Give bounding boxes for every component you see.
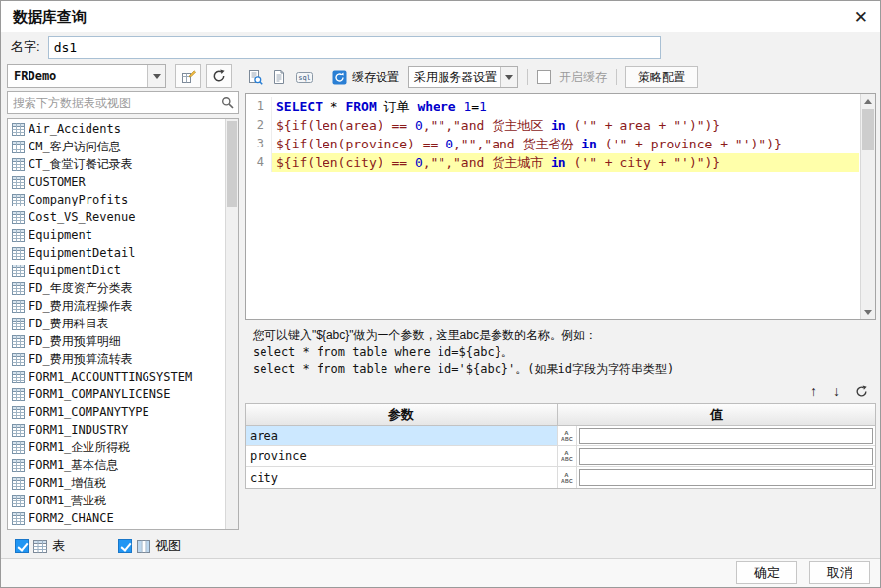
filter-row: 表 视图 [7,534,239,558]
scrollbar-thumb[interactable] [227,121,237,207]
sql-line[interactable]: 1SELECT * FROM 订单 where 1=1 [247,97,859,116]
dataset-name-input[interactable] [48,36,661,59]
edit-connection-button[interactable] [175,64,201,88]
refresh-icon [212,69,226,83]
sql-editor[interactable]: 1SELECT * FROM 订单 where 1=12${if(len(are… [245,93,876,320]
dialog-titlebar: 数据库查询 ✕ [1,1,880,32]
enable-cache-checkbox[interactable] [537,70,551,84]
param-row[interactable]: areaAABC [246,426,875,446]
table-list-item[interactable]: FD_费用预算明细 [9,332,224,350]
table-filter-checkbox[interactable] [15,539,29,553]
param-name-cell[interactable]: province [246,446,558,466]
param-row[interactable]: provinceAABC [246,446,875,467]
table-type-icon [33,540,47,553]
table-list-scrollbar[interactable] [225,119,238,529]
param-name-cell[interactable]: city [246,467,558,488]
scroll-up-icon[interactable] [861,94,875,108]
table-icon [12,353,25,366]
table-list-item[interactable]: FORM1_COMPANYLICENSE [9,385,224,403]
editor-scrollbar[interactable] [860,94,875,319]
database-query-dialog: 数据库查询 ✕ 名字: FRDemo [0,0,881,588]
table-list-item[interactable]: CM_客户访问信息 [9,138,224,155]
table-list-item[interactable]: Air_Accidents [9,120,224,138]
table-name: CM_客户访问信息 [29,139,121,155]
search-input[interactable] [8,96,216,110]
table-list-item[interactable]: FORM1_增值税 [9,474,224,492]
toolbar-separator [323,69,323,85]
table-icon [12,194,25,206]
scrollbar-thumb[interactable] [862,109,874,150]
toolbar-separator [527,69,528,85]
table-list-item[interactable]: FD_费用流程操作表 [9,297,224,315]
sql-helper-button[interactable]: sql [296,70,314,85]
table-name: CUSTOMER [29,175,86,189]
table-list-item[interactable]: FD_费用科目表 [9,315,224,332]
param-row[interactable]: cityAABC [246,467,875,488]
format-sql-button[interactable] [271,69,287,85]
param-name-cell[interactable]: area [246,426,558,445]
table-list-item[interactable]: EquipmentDetail [9,244,224,262]
line-number: 4 [247,153,272,172]
move-down-icon[interactable]: ↓ [833,384,840,398]
scroll-down-icon[interactable] [861,305,875,319]
table-list-container: Air_AccidentsCM_客户访问信息CT_食堂订餐记录表CUSTOMER… [7,118,239,530]
sql-line[interactable]: 4${if(len(city) == 0,"","and 货主城市 in ('"… [247,153,859,172]
table-list-item[interactable]: FORM1_INDUSTRY [9,421,224,439]
param-value-input[interactable] [579,469,873,486]
right-panel: sql 缓存设置 采用服务器设置 开启缓存 策略配置 [245,64,876,558]
line-number: 2 [247,116,272,135]
cache-settings-label: 缓存设置 [352,69,399,86]
sql-code: 1SELECT * FROM 订单 where 1=12${if(len(are… [247,95,859,318]
table-list-item[interactable]: Cost_VS_Revenue [9,208,224,226]
refresh-params-icon[interactable] [855,385,868,398]
cache-settings-button[interactable]: 缓存设置 [332,69,399,86]
table-icon [12,424,25,437]
close-icon[interactable]: ✕ [854,9,868,26]
table-name: FORM2_CHANCE [29,511,114,525]
refresh-connection-button[interactable] [206,64,232,88]
dialog-title: 数据库查询 [13,8,87,27]
table-list-item[interactable]: FORM2_CHANCE [9,509,224,527]
table-list-item[interactable]: CT_食堂订餐记录表 [9,155,224,173]
connection-select[interactable]: FRDemo [7,64,166,88]
param-rows: areaAABCprovinceAABCcityAABC [246,426,875,488]
move-up-icon[interactable]: ↑ [810,384,817,398]
table-icon [12,300,25,313]
view-filter-checkbox[interactable] [118,539,132,553]
param-column-header: 参数 [246,404,558,425]
table-list-item[interactable]: FD_费用预算流转表 [9,350,224,368]
table-icon [12,318,25,330]
line-number: 3 [247,135,272,153]
preview-query-button[interactable] [247,69,263,85]
table-icon [12,441,25,454]
sql-line[interactable]: 3${if(len(province) == 0,"","and 货主省份 in… [247,135,859,153]
table-name: FORM1_INDUSTRY [29,423,128,437]
table-name: FORM1_营业税 [29,493,106,509]
table-list-item[interactable]: FORM1_企业所得税 [9,439,224,456]
table-list-item[interactable]: CUSTOMER [9,173,224,191]
table-list-item[interactable]: FD_年度资产分类表 [9,279,224,297]
table-list-item[interactable]: FORM1_营业税 [9,492,224,509]
table-list-item[interactable]: EquipmentDict [9,262,224,279]
table-icon [12,495,25,507]
param-value-input[interactable] [579,428,873,444]
table-list-item[interactable]: FORM1_COMPANYTYPE [9,403,224,421]
help-line-1: 您可以键入"${abc}"做为一个参数，这里abc是参数的名称。例如： [253,327,868,344]
table-name: FORM1_COMPANYTYPE [29,405,149,419]
chevron-down-icon [500,67,517,87]
table-name: Equipment [29,228,92,242]
table-list-item[interactable]: FORM1_基本信息 [9,456,224,474]
table-list-item[interactable]: CompanyProfits [9,191,224,208]
table-name: FORM1_基本信息 [29,457,118,474]
table-name: FORM1_COMPANYLICENSE [29,387,171,401]
policy-config-button[interactable]: 策略配置 [625,66,698,88]
table-list-item[interactable]: FORM1_ACCOUNTTINGSYSTEM [9,368,224,385]
sql-line[interactable]: 2${if(len(area) == 0,"","and 货主地区 in ('"… [247,116,859,135]
cancel-button[interactable]: 取消 [809,561,870,584]
search-icon[interactable] [216,96,238,109]
table-list-item[interactable]: Equipment [9,226,224,244]
cache-mode-select[interactable]: 采用服务器设置 [408,66,518,88]
string-type-icon: AABC [558,446,577,466]
param-value-input[interactable] [579,448,873,465]
ok-button[interactable]: 确定 [736,561,797,584]
